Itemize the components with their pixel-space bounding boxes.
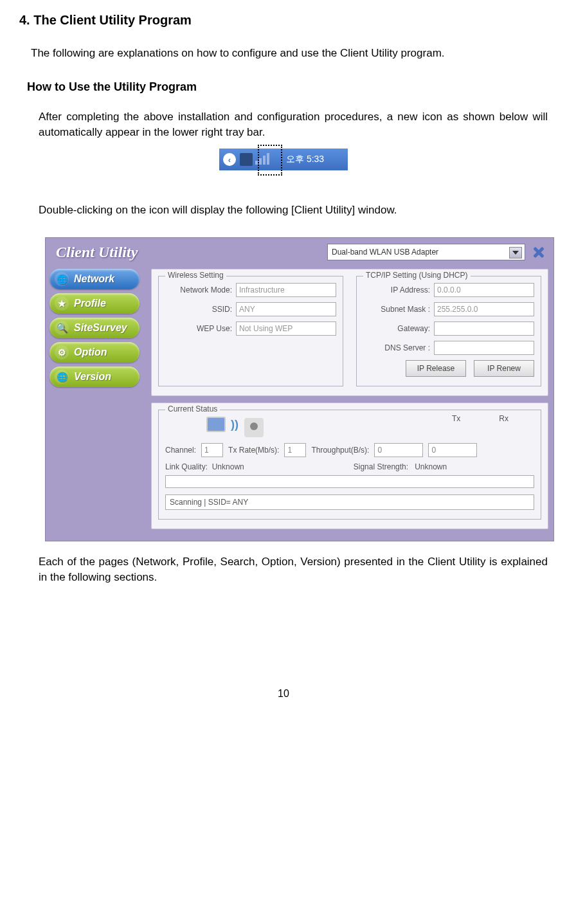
dns-server-field[interactable] bbox=[434, 341, 534, 355]
status-legend-text: Current Status bbox=[168, 404, 217, 413]
chevron-down-icon bbox=[512, 251, 519, 255]
star-icon: ★ bbox=[55, 296, 69, 311]
nav-network[interactable]: 🌐 Network bbox=[50, 269, 140, 289]
paragraph-1: After completing the above installation … bbox=[39, 109, 548, 140]
tx-header: Tx bbox=[452, 414, 460, 423]
window-title: Client Utility bbox=[56, 244, 138, 261]
gateway-label: Gateway: bbox=[363, 324, 430, 333]
nav-label: Network bbox=[74, 273, 114, 285]
nav-profile[interactable]: ★ Profile bbox=[50, 293, 140, 314]
ip-release-button[interactable]: IP Release bbox=[406, 360, 466, 377]
tray-app-icon[interactable] bbox=[240, 153, 253, 166]
main-panel: Wireless Setting Network Mode: Infrastru… bbox=[148, 266, 554, 541]
current-status-group: Current Status )) Channel: 1 Tx Rate(Mb/… bbox=[158, 410, 541, 520]
section-heading: 4. The Client Utility Program bbox=[19, 13, 548, 28]
ssid-label: SSID: bbox=[165, 305, 232, 314]
txrate-field[interactable]: 1 bbox=[284, 443, 306, 457]
nav-version[interactable]: 🌐 Version bbox=[50, 367, 140, 387]
subnet-mask-field[interactable]: 255.255.0.0 bbox=[434, 302, 534, 316]
group-legend: Current Status bbox=[165, 404, 220, 413]
signal-strength-label: Signal Strength: bbox=[354, 462, 408, 471]
globe-icon: 🌐 bbox=[55, 272, 69, 286]
throughput-tx-field[interactable]: 0 bbox=[374, 443, 423, 457]
tray-clock: 오후 5:33 bbox=[286, 154, 324, 165]
nav-sitesurvey[interactable]: 🔍 SiteSurvey bbox=[50, 318, 140, 338]
subsection-heading: How to Use the Utility Program bbox=[27, 80, 548, 94]
signal-progress-bar bbox=[165, 475, 534, 488]
paragraph-3: Each of the pages (Network, Profile, Sea… bbox=[39, 554, 548, 585]
search-icon: 🔍 bbox=[55, 321, 69, 335]
group-legend: TCP/IP Setting (Using DHCP) bbox=[363, 271, 471, 280]
ip-address-label: IP Address: bbox=[363, 285, 430, 294]
system-tray: ‹ 오후 5:33 bbox=[219, 149, 348, 170]
close-button[interactable] bbox=[530, 244, 547, 260]
link-quality-value: Unknown bbox=[212, 462, 244, 471]
wep-label: WEP Use: bbox=[165, 324, 232, 333]
tcpip-setting-group: TCP/IP Setting (Using DHCP) IP Address: … bbox=[356, 276, 541, 386]
nav-option[interactable]: ⚙ Option bbox=[50, 342, 140, 363]
network-mode-label: Network Mode: bbox=[165, 285, 232, 294]
channel-field[interactable]: 1 bbox=[201, 443, 223, 457]
channel-label: Channel: bbox=[165, 446, 196, 455]
page-number: 10 bbox=[19, 688, 548, 700]
adapter-dropdown[interactable]: Dual-band WLAN USB Adapter bbox=[327, 244, 525, 260]
signal-strength-value: Unknown bbox=[415, 462, 447, 471]
gateway-field[interactable] bbox=[434, 322, 534, 336]
nav-label: Option bbox=[74, 347, 107, 358]
wireless-setting-group: Wireless Setting Network Mode: Infrastru… bbox=[158, 276, 343, 386]
tray-expand-icon[interactable]: ‹ bbox=[223, 153, 236, 166]
throughput-label: Throughput(B/s): bbox=[311, 446, 369, 455]
txrate-label: Tx Rate(Mb/s): bbox=[228, 446, 279, 455]
ip-address-field[interactable]: 0.0.0.0 bbox=[434, 283, 534, 297]
nav-label: SiteSurvey bbox=[74, 322, 127, 334]
ip-renew-button[interactable]: IP Renew bbox=[474, 360, 534, 377]
title-bar: Client Utility Dual-band WLAN USB Adapte… bbox=[46, 238, 554, 266]
monitor-icon: )) bbox=[204, 417, 230, 437]
link-quality-label: Link Quality: bbox=[165, 462, 208, 471]
sidebar-nav: 🌐 Network ★ Profile 🔍 SiteSurvey ⚙ Optio… bbox=[46, 266, 148, 541]
wep-field[interactable]: Not Using WEP bbox=[236, 322, 336, 336]
device-icon bbox=[244, 418, 264, 437]
group-legend: Wireless Setting bbox=[165, 271, 226, 280]
adapter-selected-value: Dual-band WLAN USB Adapter bbox=[332, 248, 438, 257]
nav-label: Profile bbox=[74, 298, 106, 309]
globe-icon: 🌐 bbox=[55, 370, 69, 384]
paragraph-2: Double-clicking on the icon will display… bbox=[39, 203, 548, 218]
intro-paragraph: The following are explanations on how to… bbox=[31, 46, 548, 61]
gear-icon: ⚙ bbox=[55, 345, 69, 359]
status-message-field: Scanning | SSID= ANY bbox=[165, 494, 534, 510]
throughput-rx-field[interactable]: 0 bbox=[428, 443, 477, 457]
nav-label: Version bbox=[74, 371, 111, 383]
rx-header: Rx bbox=[499, 414, 509, 423]
client-utility-window: Client Utility Dual-band WLAN USB Adapte… bbox=[45, 237, 554, 541]
dns-server-label: DNS Server : bbox=[363, 343, 430, 352]
ssid-field[interactable]: ANY bbox=[236, 302, 336, 316]
highlight-box-icon bbox=[258, 145, 282, 176]
network-mode-field[interactable]: Infrastructure bbox=[236, 283, 336, 297]
subnet-mask-label: Subnet Mask : bbox=[363, 305, 430, 314]
